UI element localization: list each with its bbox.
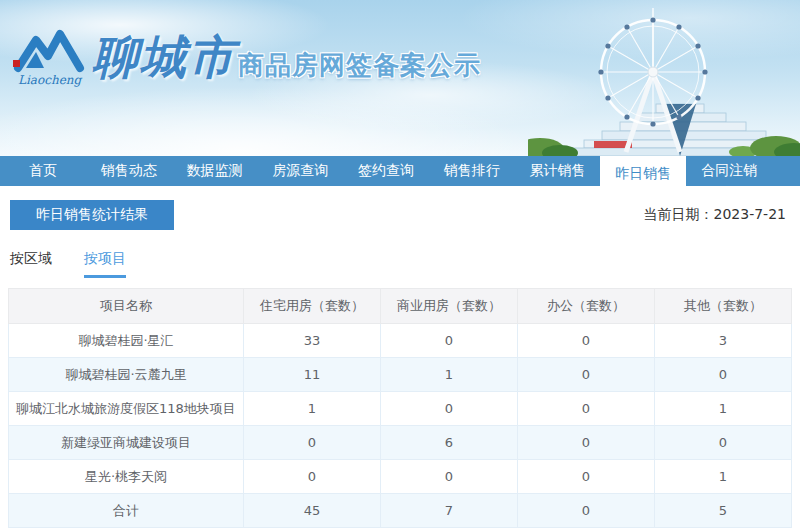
- commercial-cell: 6: [380, 426, 517, 460]
- residential-cell: 0: [243, 426, 380, 460]
- residential-cell: 0: [243, 460, 380, 494]
- total-label-cell: 合计: [9, 494, 244, 528]
- table-row: 聊城碧桂园·云麓九里 11 1 0 0: [9, 358, 792, 392]
- table-row: 星光·桃李天阅 0 0 0 1: [9, 460, 792, 494]
- commercial-cell: 0: [380, 460, 517, 494]
- other-cell: 0: [654, 426, 791, 460]
- nav-item-sales-trends[interactable]: 销售动态: [86, 156, 172, 186]
- project-name-cell: 聊城碧桂园·云麓九里: [9, 358, 244, 392]
- header-office-units: 办公（套数）: [517, 289, 654, 324]
- site-banner: Liaocheng 聊城市 商品房网签备案公示: [0, 0, 800, 156]
- commercial-cell: 0: [380, 392, 517, 426]
- nav-item-contract-search[interactable]: 签约查询: [343, 156, 429, 186]
- main-nav: 首页 销售动态 数据监测 房源查询 签约查询 销售排行 累计销售 昨日销售 合同…: [0, 156, 800, 186]
- view-tabs: 按区域 按项目: [10, 250, 800, 278]
- commercial-total-cell: 7: [380, 494, 517, 528]
- nav-item-listing-search[interactable]: 房源查询: [257, 156, 343, 186]
- liaocheng-logo-icon: Liaocheng: [12, 26, 88, 88]
- header-project-name: 项目名称: [9, 289, 244, 324]
- office-cell: 0: [517, 324, 654, 358]
- commercial-cell: 0: [380, 324, 517, 358]
- table-row: 聊城碧桂园·星汇 33 0 0 3: [9, 324, 792, 358]
- office-cell: 0: [517, 426, 654, 460]
- header-residential-units: 住宅用房（套数）: [243, 289, 380, 324]
- other-cell: 1: [654, 392, 791, 426]
- other-cell: 1: [654, 460, 791, 494]
- banner-photo: [528, 0, 800, 156]
- office-cell: 0: [517, 460, 654, 494]
- logo-city-name: 聊城市: [92, 32, 236, 83]
- header-commercial-units: 商业用房（套数）: [380, 289, 517, 324]
- office-cell: 0: [517, 392, 654, 426]
- nav-item-cumulative-sales[interactable]: 累计销售: [515, 156, 601, 186]
- residential-cell: 1: [243, 392, 380, 426]
- office-total-cell: 0: [517, 494, 654, 528]
- other-cell: 3: [654, 324, 791, 358]
- other-cell: 0: [654, 358, 791, 392]
- table-total-row: 合计 45 7 0 5: [9, 494, 792, 528]
- sales-table: 项目名称 住宅用房（套数） 商业用房（套数） 办公（套数） 其他（套数） 聊城碧…: [8, 288, 792, 528]
- tab-by-project[interactable]: 按项目: [84, 250, 126, 278]
- residential-cell: 11: [243, 358, 380, 392]
- nav-item-home[interactable]: 首页: [0, 156, 86, 186]
- site-logo: Liaocheng 聊城市 商品房网签备案公示: [12, 26, 481, 88]
- table-row: 聊城江北水城旅游度假区118地块项目 1 0 0 1: [9, 392, 792, 426]
- logo-red-dot: [13, 60, 20, 67]
- office-cell: 0: [517, 358, 654, 392]
- residential-cell: 33: [243, 324, 380, 358]
- residential-total-cell: 45: [243, 494, 380, 528]
- other-total-cell: 5: [654, 494, 791, 528]
- nav-item-sales-ranking[interactable]: 销售排行: [429, 156, 515, 186]
- tab-by-region[interactable]: 按区域: [10, 250, 52, 278]
- nav-item-contract-cancellation[interactable]: 合同注销: [686, 156, 772, 186]
- commercial-cell: 1: [380, 358, 517, 392]
- project-name-cell: 聊城江北水城旅游度假区118地块项目: [9, 392, 244, 426]
- project-name-cell: 星光·桃李天阅: [9, 460, 244, 494]
- logo-script-text: Liaocheng: [18, 73, 82, 87]
- table-header-row: 项目名称 住宅用房（套数） 商业用房（套数） 办公（套数） 其他（套数）: [9, 289, 792, 324]
- table-row: 新建绿亚商城建设项目 0 6 0 0: [9, 426, 792, 460]
- project-name-cell: 新建绿亚商城建设项目: [9, 426, 244, 460]
- page-title: 昨日销售统计结果: [10, 200, 174, 230]
- nav-item-data-monitoring[interactable]: 数据监测: [172, 156, 258, 186]
- header-other-units: 其他（套数）: [654, 289, 791, 324]
- nav-item-yesterday-sales[interactable]: 昨日销售: [600, 156, 686, 191]
- current-date: 当前日期：2023-7-21: [644, 206, 786, 224]
- project-name-cell: 聊城碧桂园·星汇: [9, 324, 244, 358]
- section-head: 昨日销售统计结果 当前日期：2023-7-21: [0, 186, 800, 230]
- banner-site-title: 商品房网签备案公示: [238, 48, 481, 83]
